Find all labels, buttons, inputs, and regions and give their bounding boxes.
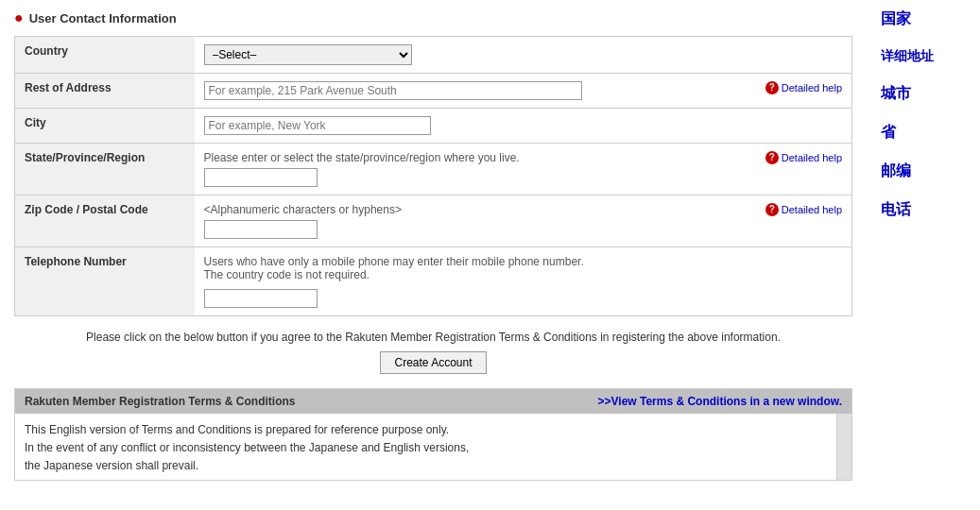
- zip-help-row: <Alphanumeric characters or hyphens> ? D…: [204, 203, 843, 239]
- section-title: ● User Contact Information: [14, 9, 852, 26]
- country-label: Country: [15, 37, 195, 74]
- state-input[interactable]: [204, 168, 318, 187]
- city-label: City: [15, 109, 195, 144]
- table-row: Rest of Address ? Detailed help: [15, 74, 852, 109]
- state-help-row: Please enter or select the state/provinc…: [204, 151, 843, 187]
- terms-title: Rakuten Member Registration Terms & Cond…: [25, 395, 295, 408]
- terms-scrollbar[interactable]: [836, 414, 851, 480]
- address-label: Rest of Address: [15, 74, 195, 109]
- terms-header: Rakuten Member Registration Terms & Cond…: [15, 389, 851, 414]
- terms-view-link[interactable]: >>View Terms & Conditions in a new windo…: [598, 395, 843, 408]
- city-value-cell: [195, 109, 852, 144]
- sidebar: 国家 详细地址 城市 省 邮编 电话: [867, 0, 980, 510]
- table-row: City: [15, 109, 852, 144]
- sidebar-item-address: 详细地址: [881, 48, 966, 65]
- zip-label: Zip Code / Postal Code: [15, 196, 195, 247]
- terms-content: This English version of Terms and Condit…: [15, 414, 851, 480]
- help-icon: ?: [765, 151, 779, 164]
- phone-input[interactable]: [204, 289, 318, 308]
- sidebar-item-zip: 邮编: [881, 162, 966, 181]
- phone-label: Telephone Number: [15, 247, 195, 316]
- help-text: Detailed help: [782, 82, 842, 94]
- section-heading: User Contact Information: [29, 11, 177, 26]
- terms-box: Rakuten Member Registration Terms & Cond…: [14, 388, 852, 481]
- address-help-link[interactable]: ? Detailed help: [765, 81, 842, 94]
- help-text: Detailed help: [782, 204, 842, 215]
- bullet-icon: ●: [14, 9, 24, 26]
- zip-value-cell: <Alphanumeric characters or hyphens> ? D…: [195, 196, 852, 247]
- state-label: State/Province/Region: [15, 144, 195, 196]
- phone-value-cell: Users who have only a mobile phone may e…: [195, 247, 852, 316]
- state-value-cell: Please enter or select the state/provinc…: [195, 144, 852, 196]
- help-icon: ?: [765, 203, 779, 216]
- city-input[interactable]: [204, 116, 431, 135]
- sidebar-item-country: 国家: [881, 9, 966, 29]
- state-desc: Please enter or select the state/provinc…: [204, 151, 520, 187]
- table-row: State/Province/Region Please enter or se…: [15, 144, 852, 196]
- sidebar-item-city: 城市: [881, 84, 966, 104]
- zip-help-link[interactable]: ? Detailed help: [765, 203, 842, 216]
- agree-text: Please click on the below button if you …: [14, 331, 852, 344]
- zip-input[interactable]: [204, 220, 318, 239]
- contact-form-table: Country –Select– Rest of Address: [14, 36, 852, 316]
- country-value-cell: –Select–: [195, 37, 852, 74]
- terms-text: This English version of Terms and Condit…: [25, 423, 469, 472]
- create-btn-row: Create Account: [14, 351, 852, 374]
- phone-desc: Users who have only a mobile phone may e…: [204, 255, 843, 281]
- address-value-cell: ? Detailed help: [195, 74, 852, 109]
- help-icon: ?: [765, 81, 779, 94]
- create-account-button[interactable]: Create Account: [380, 351, 486, 374]
- table-row: Telephone Number Users who have only a m…: [15, 247, 852, 316]
- country-select[interactable]: –Select–: [204, 44, 412, 65]
- terms-content-wrapper: This English version of Terms and Condit…: [15, 414, 851, 480]
- table-row: Country –Select–: [15, 37, 852, 74]
- help-text: Detailed help: [782, 152, 842, 163]
- sidebar-item-state: 省: [881, 123, 966, 143]
- state-help-link[interactable]: ? Detailed help: [765, 151, 842, 164]
- sidebar-item-phone: 电话: [881, 200, 966, 220]
- address-help-row: ? Detailed help: [204, 81, 843, 100]
- address-input[interactable]: [204, 81, 582, 100]
- zip-content: <Alphanumeric characters or hyphens>: [204, 203, 402, 239]
- table-row: Zip Code / Postal Code <Alphanumeric cha…: [15, 196, 852, 247]
